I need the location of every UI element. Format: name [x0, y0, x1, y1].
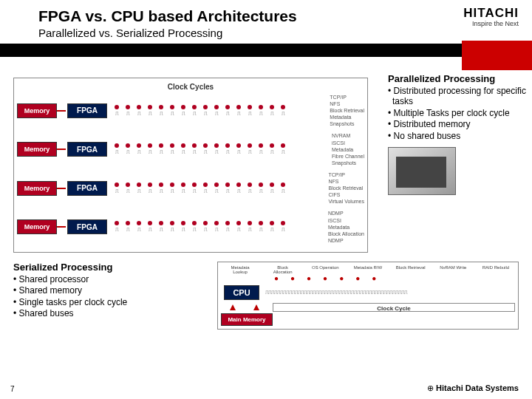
wave-icon: ⎍ — [149, 188, 151, 194]
task-list: NVRAMiSCSIMetadataFibre ChannelSnapshots — [332, 132, 364, 166]
task-dot — [115, 143, 119, 148]
wave-icon: ⎍ — [204, 188, 207, 194]
fpga-box: FPGA — [67, 181, 107, 196]
tick-area: ⎍⎍⎍⎍⎍⎍⎍⎍⎍⎍⎍⎍⎍⎍⎍⎍ — [112, 221, 325, 233]
task-dot — [137, 221, 141, 225]
task-label: Virtual Volumes — [328, 198, 364, 205]
wave-icon: ⎍ — [215, 110, 218, 117]
task-dot — [270, 183, 274, 187]
task-dot — [115, 221, 119, 225]
task-dot — [170, 143, 174, 148]
cpu-phase-label: Block Allocation — [268, 265, 298, 274]
task-dot — [170, 221, 174, 225]
task-dot — [203, 183, 208, 187]
wave-icon: ⎍ — [237, 226, 240, 233]
wave-icon: ⎍ — [115, 110, 118, 117]
clock-cycles-label: Clock Cycles — [17, 83, 364, 91]
task-dot — [248, 183, 252, 187]
task-dot — [281, 105, 285, 109]
task-list: TCP/IPNFSBlock RetrievalMetadataSnapshot… — [330, 94, 364, 127]
wave-icon: ⎍ — [248, 188, 251, 194]
wave-icon: ⎍ — [226, 226, 229, 233]
arrow-icon — [57, 188, 66, 189]
task-dot — [170, 183, 174, 187]
bullet-item: • Distributed memory — [392, 119, 532, 129]
task-dot — [236, 221, 241, 225]
task-label: iSCSI — [332, 140, 364, 146]
fpga-box: FPGA — [67, 103, 107, 118]
task-dot — [214, 143, 219, 148]
wave-icon: ⎍ — [248, 226, 251, 233]
task-dot — [159, 221, 163, 225]
cpu-phase-label: Metadata Lookup — [225, 265, 255, 274]
task-dot — [259, 183, 263, 187]
wave-icon: ⎍ — [160, 110, 163, 117]
wave-icon: ⎍ — [270, 110, 273, 117]
header-divider — [0, 44, 532, 57]
wave-icon: ⎍ — [115, 149, 118, 155]
slide-title: FPGA vs. CPU based Architectures — [38, 7, 494, 25]
task-dot — [181, 143, 185, 148]
wave-icon: ⎍ — [204, 226, 207, 233]
wave-icon: ⎍ — [259, 226, 262, 233]
bullet-item: • No shared buses — [392, 131, 532, 141]
wave-icon: ⎍ — [149, 149, 151, 155]
bullet-item: • Single tasks per clock cycle — [18, 297, 205, 307]
task-label: NFS — [328, 178, 364, 185]
wave-icon: ⎍ — [171, 188, 174, 194]
task-dot — [115, 105, 119, 109]
wave-icon: ⎍ — [126, 110, 129, 117]
task-dot — [214, 183, 219, 187]
fpga-row: MemoryFPGA⎍⎍⎍⎍⎍⎍⎍⎍⎍⎍⎍⎍⎍⎍⎍⎍TCP/IPNFSBlock… — [17, 94, 364, 127]
arrow-up-icon — [253, 304, 259, 310]
task-label: Metadata — [328, 224, 364, 231]
wave-icon: ⎍ — [259, 110, 262, 117]
task-dot — [225, 183, 230, 187]
task-dot — [281, 143, 285, 148]
task-dot — [115, 183, 119, 187]
task-dot — [148, 183, 152, 187]
slide-subtitle: Parallelized vs. Serialized Processing — [38, 27, 494, 39]
task-dot — [259, 143, 263, 148]
task-dot — [126, 183, 130, 187]
arrow-icon — [57, 226, 66, 228]
wave-icon: ⎍ — [215, 188, 218, 194]
arrow-up-icon — [230, 304, 236, 310]
task-dot — [170, 105, 174, 109]
wave-icon: ⎍ — [248, 149, 251, 155]
wave-icon: ⎍ — [204, 149, 207, 155]
cpu-diagram: Metadata LookupBlock AllocationOS Operat… — [217, 262, 519, 330]
task-dot — [192, 183, 197, 187]
task-list: NDMPiSCSIMetadataBlock AllocationNDMP — [328, 210, 364, 243]
parallel-section: Parallelized Processing • Distributed pr… — [388, 73, 532, 195]
wave-icon: ⎍ — [248, 110, 251, 117]
task-label: Metadata — [330, 114, 364, 120]
bullet-item: • Shared processor — [18, 274, 205, 284]
wave-icon: ⎍ — [237, 110, 240, 117]
logo-text: HITACHI — [463, 6, 519, 21]
task-dot — [236, 143, 241, 148]
fpga-row: MemoryFPGA⎍⎍⎍⎍⎍⎍⎍⎍⎍⎍⎍⎍⎍⎍⎍⎍NDMPiSCSIMetad… — [17, 210, 364, 243]
cpu-phase-label: NvRAM Write — [438, 265, 468, 274]
page-number: 7 — [10, 385, 15, 393]
task-label: TCP/IP — [328, 171, 364, 178]
task-label: Snapshots — [330, 120, 364, 127]
fpga-box: FPGA — [67, 142, 107, 157]
wave-icon: ⎍ — [270, 188, 273, 194]
task-label: TCP/IP — [330, 94, 364, 100]
wave-icon: ⎍ — [115, 226, 118, 233]
task-dot — [248, 221, 252, 225]
task-dot — [214, 221, 219, 225]
task-dot — [181, 221, 185, 225]
task-dot — [214, 105, 219, 109]
task-dot — [225, 143, 230, 148]
wave-icon: ⎍ — [182, 188, 185, 194]
tick-area: ⎍⎍⎍⎍⎍⎍⎍⎍⎍⎍⎍⎍⎍⎍⎍⎍ — [112, 183, 325, 194]
wave-icon: ⎍ — [193, 110, 196, 117]
task-label: CIFS — [328, 191, 364, 198]
task-label: Fibre Channel — [332, 153, 364, 160]
task-dot — [259, 221, 263, 225]
task-dot — [203, 143, 208, 148]
memory-box: Memory — [17, 219, 57, 234]
task-list: TCP/IPNFSBlock RetrievalCIFSVirtual Volu… — [328, 171, 364, 205]
